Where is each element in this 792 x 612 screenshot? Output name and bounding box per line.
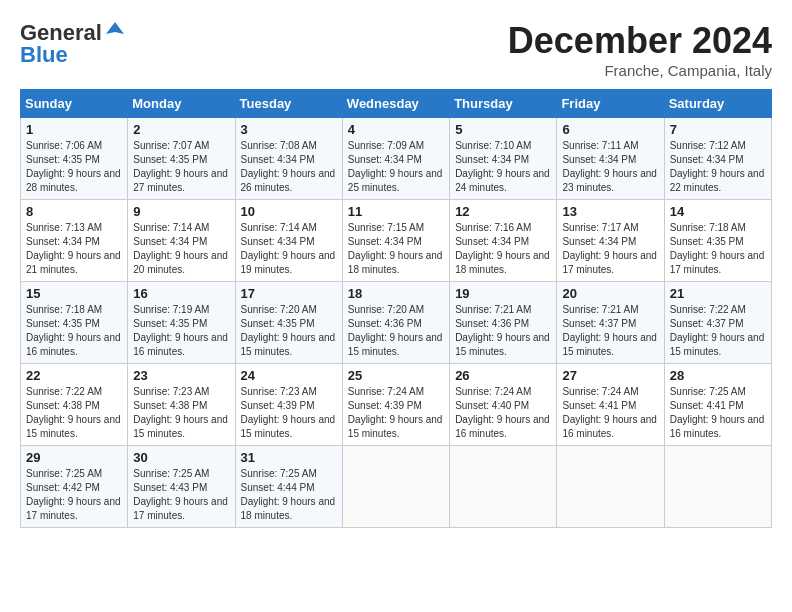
day-detail: Sunrise: 7:18 AMSunset: 4:35 PMDaylight:… bbox=[670, 222, 765, 275]
svg-marker-0 bbox=[106, 22, 124, 34]
day-detail: Sunrise: 7:24 AMSunset: 4:40 PMDaylight:… bbox=[455, 386, 550, 439]
weekday-header: Friday bbox=[557, 90, 664, 118]
calendar-cell: 31 Sunrise: 7:25 AMSunset: 4:44 PMDaylig… bbox=[235, 446, 342, 528]
logo: General Blue bbox=[20, 20, 126, 68]
day-number: 29 bbox=[26, 450, 122, 465]
calendar-cell: 18 Sunrise: 7:20 AMSunset: 4:36 PMDaylig… bbox=[342, 282, 449, 364]
day-detail: Sunrise: 7:18 AMSunset: 4:35 PMDaylight:… bbox=[26, 304, 121, 357]
day-detail: Sunrise: 7:25 AMSunset: 4:43 PMDaylight:… bbox=[133, 468, 228, 521]
day-number: 14 bbox=[670, 204, 766, 219]
calendar-cell: 1 Sunrise: 7:06 AMSunset: 4:35 PMDayligh… bbox=[21, 118, 128, 200]
title-block: December 2024 Franche, Campania, Italy bbox=[508, 20, 772, 79]
calendar-cell bbox=[342, 446, 449, 528]
day-number: 25 bbox=[348, 368, 444, 383]
calendar-cell: 6 Sunrise: 7:11 AMSunset: 4:34 PMDayligh… bbox=[557, 118, 664, 200]
day-detail: Sunrise: 7:23 AMSunset: 4:38 PMDaylight:… bbox=[133, 386, 228, 439]
calendar-cell: 14 Sunrise: 7:18 AMSunset: 4:35 PMDaylig… bbox=[664, 200, 771, 282]
day-number: 19 bbox=[455, 286, 551, 301]
calendar-cell: 25 Sunrise: 7:24 AMSunset: 4:39 PMDaylig… bbox=[342, 364, 449, 446]
calendar-week-row: 8 Sunrise: 7:13 AMSunset: 4:34 PMDayligh… bbox=[21, 200, 772, 282]
day-number: 26 bbox=[455, 368, 551, 383]
day-detail: Sunrise: 7:16 AMSunset: 4:34 PMDaylight:… bbox=[455, 222, 550, 275]
day-detail: Sunrise: 7:25 AMSunset: 4:42 PMDaylight:… bbox=[26, 468, 121, 521]
day-number: 13 bbox=[562, 204, 658, 219]
weekday-header: Monday bbox=[128, 90, 235, 118]
day-detail: Sunrise: 7:24 AMSunset: 4:39 PMDaylight:… bbox=[348, 386, 443, 439]
day-number: 6 bbox=[562, 122, 658, 137]
calendar-cell: 15 Sunrise: 7:18 AMSunset: 4:35 PMDaylig… bbox=[21, 282, 128, 364]
day-number: 28 bbox=[670, 368, 766, 383]
day-detail: Sunrise: 7:21 AMSunset: 4:36 PMDaylight:… bbox=[455, 304, 550, 357]
location-subtitle: Franche, Campania, Italy bbox=[508, 62, 772, 79]
weekday-header: Tuesday bbox=[235, 90, 342, 118]
weekday-header: Wednesday bbox=[342, 90, 449, 118]
calendar-cell: 26 Sunrise: 7:24 AMSunset: 4:40 PMDaylig… bbox=[450, 364, 557, 446]
calendar-cell: 17 Sunrise: 7:20 AMSunset: 4:35 PMDaylig… bbox=[235, 282, 342, 364]
day-detail: Sunrise: 7:14 AMSunset: 4:34 PMDaylight:… bbox=[241, 222, 336, 275]
day-number: 7 bbox=[670, 122, 766, 137]
day-detail: Sunrise: 7:17 AMSunset: 4:34 PMDaylight:… bbox=[562, 222, 657, 275]
day-detail: Sunrise: 7:09 AMSunset: 4:34 PMDaylight:… bbox=[348, 140, 443, 193]
day-number: 8 bbox=[26, 204, 122, 219]
day-number: 21 bbox=[670, 286, 766, 301]
calendar-cell: 27 Sunrise: 7:24 AMSunset: 4:41 PMDaylig… bbox=[557, 364, 664, 446]
day-number: 20 bbox=[562, 286, 658, 301]
calendar-cell: 21 Sunrise: 7:22 AMSunset: 4:37 PMDaylig… bbox=[664, 282, 771, 364]
day-number: 24 bbox=[241, 368, 337, 383]
day-detail: Sunrise: 7:08 AMSunset: 4:34 PMDaylight:… bbox=[241, 140, 336, 193]
calendar-cell: 9 Sunrise: 7:14 AMSunset: 4:34 PMDayligh… bbox=[128, 200, 235, 282]
day-number: 15 bbox=[26, 286, 122, 301]
calendar-week-row: 29 Sunrise: 7:25 AMSunset: 4:42 PMDaylig… bbox=[21, 446, 772, 528]
calendar-cell bbox=[450, 446, 557, 528]
logo-icon bbox=[104, 20, 126, 42]
calendar-cell: 13 Sunrise: 7:17 AMSunset: 4:34 PMDaylig… bbox=[557, 200, 664, 282]
day-detail: Sunrise: 7:23 AMSunset: 4:39 PMDaylight:… bbox=[241, 386, 336, 439]
day-number: 27 bbox=[562, 368, 658, 383]
day-number: 4 bbox=[348, 122, 444, 137]
weekday-header: Thursday bbox=[450, 90, 557, 118]
weekday-header: Sunday bbox=[21, 90, 128, 118]
calendar-week-row: 22 Sunrise: 7:22 AMSunset: 4:38 PMDaylig… bbox=[21, 364, 772, 446]
weekday-header: Saturday bbox=[664, 90, 771, 118]
calendar-cell: 2 Sunrise: 7:07 AMSunset: 4:35 PMDayligh… bbox=[128, 118, 235, 200]
calendar-cell bbox=[557, 446, 664, 528]
day-detail: Sunrise: 7:20 AMSunset: 4:35 PMDaylight:… bbox=[241, 304, 336, 357]
day-number: 18 bbox=[348, 286, 444, 301]
calendar-week-row: 1 Sunrise: 7:06 AMSunset: 4:35 PMDayligh… bbox=[21, 118, 772, 200]
day-number: 22 bbox=[26, 368, 122, 383]
day-detail: Sunrise: 7:15 AMSunset: 4:34 PMDaylight:… bbox=[348, 222, 443, 275]
calendar-cell: 29 Sunrise: 7:25 AMSunset: 4:42 PMDaylig… bbox=[21, 446, 128, 528]
calendar-cell: 24 Sunrise: 7:23 AMSunset: 4:39 PMDaylig… bbox=[235, 364, 342, 446]
calendar-cell: 11 Sunrise: 7:15 AMSunset: 4:34 PMDaylig… bbox=[342, 200, 449, 282]
day-detail: Sunrise: 7:25 AMSunset: 4:41 PMDaylight:… bbox=[670, 386, 765, 439]
calendar-cell: 3 Sunrise: 7:08 AMSunset: 4:34 PMDayligh… bbox=[235, 118, 342, 200]
day-detail: Sunrise: 7:12 AMSunset: 4:34 PMDaylight:… bbox=[670, 140, 765, 193]
month-title: December 2024 bbox=[508, 20, 772, 62]
calendar-cell: 5 Sunrise: 7:10 AMSunset: 4:34 PMDayligh… bbox=[450, 118, 557, 200]
calendar-cell: 7 Sunrise: 7:12 AMSunset: 4:34 PMDayligh… bbox=[664, 118, 771, 200]
page-header: General Blue December 2024 Franche, Camp… bbox=[20, 20, 772, 79]
day-number: 17 bbox=[241, 286, 337, 301]
day-number: 5 bbox=[455, 122, 551, 137]
day-detail: Sunrise: 7:11 AMSunset: 4:34 PMDaylight:… bbox=[562, 140, 657, 193]
calendar-week-row: 15 Sunrise: 7:18 AMSunset: 4:35 PMDaylig… bbox=[21, 282, 772, 364]
day-detail: Sunrise: 7:19 AMSunset: 4:35 PMDaylight:… bbox=[133, 304, 228, 357]
day-detail: Sunrise: 7:10 AMSunset: 4:34 PMDaylight:… bbox=[455, 140, 550, 193]
day-number: 10 bbox=[241, 204, 337, 219]
day-detail: Sunrise: 7:14 AMSunset: 4:34 PMDaylight:… bbox=[133, 222, 228, 275]
day-number: 9 bbox=[133, 204, 229, 219]
day-detail: Sunrise: 7:20 AMSunset: 4:36 PMDaylight:… bbox=[348, 304, 443, 357]
day-number: 11 bbox=[348, 204, 444, 219]
day-detail: Sunrise: 7:25 AMSunset: 4:44 PMDaylight:… bbox=[241, 468, 336, 521]
day-number: 16 bbox=[133, 286, 229, 301]
calendar-cell: 20 Sunrise: 7:21 AMSunset: 4:37 PMDaylig… bbox=[557, 282, 664, 364]
day-number: 3 bbox=[241, 122, 337, 137]
day-detail: Sunrise: 7:13 AMSunset: 4:34 PMDaylight:… bbox=[26, 222, 121, 275]
day-detail: Sunrise: 7:22 AMSunset: 4:38 PMDaylight:… bbox=[26, 386, 121, 439]
calendar-cell bbox=[664, 446, 771, 528]
day-number: 1 bbox=[26, 122, 122, 137]
day-detail: Sunrise: 7:21 AMSunset: 4:37 PMDaylight:… bbox=[562, 304, 657, 357]
calendar-cell: 19 Sunrise: 7:21 AMSunset: 4:36 PMDaylig… bbox=[450, 282, 557, 364]
calendar-table: SundayMondayTuesdayWednesdayThursdayFrid… bbox=[20, 89, 772, 528]
day-number: 30 bbox=[133, 450, 229, 465]
